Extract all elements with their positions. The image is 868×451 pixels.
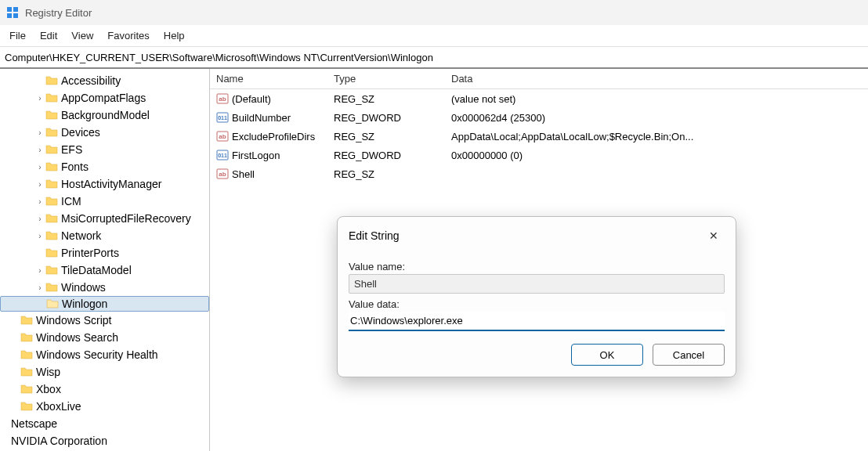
tree-item[interactable]: ›ICM xyxy=(0,193,209,210)
value-data: 0x000062d4 (25300) xyxy=(445,110,868,125)
tree-item-label: AppCompatFlags xyxy=(61,92,146,104)
table-row[interactable]: ab(Default)REG_SZ(value not set) xyxy=(210,89,868,108)
table-row[interactable]: abExcludeProfileDirsREG_SZAppData\Local;… xyxy=(210,127,868,146)
folder-icon xyxy=(45,195,58,207)
tree-item[interactable]: ›TileDataModel xyxy=(0,262,209,279)
col-data[interactable]: Data xyxy=(445,70,868,88)
string-value-icon: ab xyxy=(216,130,229,143)
chevron-right-icon[interactable]: › xyxy=(34,197,45,206)
folder-icon xyxy=(45,92,58,104)
value-data xyxy=(445,172,868,175)
chevron-right-icon[interactable]: › xyxy=(34,283,45,292)
tree-item[interactable]: ›HostActivityManager xyxy=(0,175,209,193)
chevron-right-icon[interactable]: › xyxy=(34,146,45,154)
chevron-right-icon[interactable]: › xyxy=(34,215,45,223)
folder-icon xyxy=(45,264,58,276)
folder-icon xyxy=(45,143,58,156)
chevron-right-icon[interactable]: › xyxy=(34,232,45,240)
address-bar[interactable]: Computer\HKEY_CURRENT_USER\Software\Micr… xyxy=(0,47,868,69)
folder-icon xyxy=(45,74,58,87)
folder-icon xyxy=(20,366,33,378)
tree-item[interactable]: ›Network xyxy=(0,227,209,244)
tree-item[interactable]: XboxLive xyxy=(0,398,209,415)
folder-icon xyxy=(45,281,58,294)
folder-icon xyxy=(45,212,58,225)
tree-item[interactable]: BackgroundModel xyxy=(0,106,209,124)
dialog-title: Edit String xyxy=(349,229,400,242)
chevron-right-icon[interactable]: › xyxy=(34,94,45,103)
tree-item[interactable]: ›Windows xyxy=(0,279,209,296)
chevron-right-icon[interactable]: › xyxy=(34,266,45,275)
col-type[interactable]: Type xyxy=(327,70,445,88)
folder-icon xyxy=(45,109,58,121)
tree-item[interactable]: ›EFS xyxy=(0,141,209,158)
menu-view[interactable]: View xyxy=(71,30,93,41)
svg-rect-3 xyxy=(13,13,18,18)
tree-item-label: HostActivityManager xyxy=(61,178,161,190)
value-data-label: Value data: xyxy=(349,298,725,310)
folder-icon xyxy=(45,161,58,173)
svg-rect-2 xyxy=(7,13,12,18)
tree-item[interactable]: NVIDIA Corporation xyxy=(0,432,209,449)
tree-item[interactable]: Netscape xyxy=(0,415,209,432)
value-name: ExcludeProfileDirs xyxy=(232,131,315,143)
chevron-right-icon[interactable]: › xyxy=(34,163,45,171)
value-name: FirstLogon xyxy=(232,150,280,161)
tree-item[interactable]: Accessibility xyxy=(0,72,209,89)
col-name[interactable]: Name xyxy=(210,70,327,88)
tree-item-label: TileDataModel xyxy=(61,264,132,276)
svg-rect-0 xyxy=(7,7,12,12)
folder-icon xyxy=(20,314,33,327)
cancel-button[interactable]: Cancel xyxy=(653,344,725,366)
folder-icon xyxy=(46,298,59,310)
table-row[interactable]: abShellREG_SZ xyxy=(210,164,868,183)
tree-pane[interactable]: Accessibility›AppCompatFlagsBackgroundMo… xyxy=(0,69,210,451)
tree-item[interactable]: Windows Search xyxy=(0,329,209,346)
table-row[interactable]: 011FirstLogonREG_DWORD0x00000000 (0) xyxy=(210,146,868,164)
edit-string-dialog: Edit String ✕ Value name: Shell Value da… xyxy=(337,216,736,377)
tree-item[interactable]: ›AppCompatFlags xyxy=(0,89,209,106)
ok-button[interactable]: OK xyxy=(571,344,643,366)
close-icon[interactable]: ✕ xyxy=(703,225,725,247)
svg-text:011: 011 xyxy=(218,153,227,158)
tree-item[interactable]: Winlogon xyxy=(0,296,209,312)
tree-item[interactable]: ›MsiCorruptedFileRecovery xyxy=(0,210,209,227)
svg-text:ab: ab xyxy=(219,133,226,140)
value-data: (value not set) xyxy=(445,92,868,106)
folder-icon xyxy=(20,383,33,395)
chevron-right-icon[interactable]: › xyxy=(34,180,45,189)
tree-item[interactable]: Windows Security Health xyxy=(0,346,209,363)
tree-item-label: BackgroundModel xyxy=(61,109,150,121)
tree-item[interactable]: Windows Script xyxy=(0,312,209,329)
chevron-right-icon[interactable]: › xyxy=(34,128,45,137)
tree-item-label: Fonts xyxy=(61,161,89,173)
value-name: (Default) xyxy=(232,93,271,105)
svg-text:ab: ab xyxy=(219,171,226,178)
tree-item[interactable]: ›Fonts xyxy=(0,158,209,175)
menu-help[interactable]: Help xyxy=(164,30,185,41)
folder-icon xyxy=(20,331,33,344)
folder-icon xyxy=(20,348,33,361)
tree-item-label: NVIDIA Corporation xyxy=(11,435,107,447)
tree-item[interactable]: PrinterPorts xyxy=(0,244,209,262)
tree-item[interactable]: ›Devices xyxy=(0,124,209,141)
folder-icon xyxy=(45,247,58,259)
svg-rect-1 xyxy=(13,7,18,12)
tree-item-label: Windows Search xyxy=(36,331,118,344)
table-body: ab(Default)REG_SZ(value not set)011Build… xyxy=(210,89,868,183)
value-type: REG_DWORD xyxy=(327,148,445,163)
table-row[interactable]: 011BuildNumberREG_DWORD0x000062d4 (25300… xyxy=(210,108,868,127)
value-name-label: Value name: xyxy=(349,261,725,272)
binary-value-icon: 011 xyxy=(216,111,229,124)
value-name-field: Shell xyxy=(349,274,725,294)
tree-item[interactable]: Wisp xyxy=(0,363,209,381)
menu-favorites[interactable]: Favorites xyxy=(107,30,149,41)
menu-file[interactable]: File xyxy=(9,30,26,41)
menu-edit[interactable]: Edit xyxy=(40,30,57,41)
tree-item-label: Accessibility xyxy=(61,74,121,87)
titlebar: Registry Editor xyxy=(0,0,868,25)
tree-item[interactable]: Xbox xyxy=(0,381,209,398)
value-data-input[interactable] xyxy=(349,312,725,331)
string-value-icon: ab xyxy=(216,92,229,105)
value-data: AppData\Local;AppData\LocalLow;$Recycle.… xyxy=(445,129,868,144)
